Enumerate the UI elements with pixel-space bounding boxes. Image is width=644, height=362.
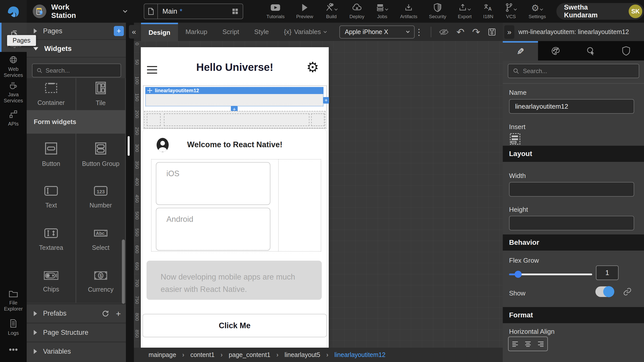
breadcrumb-separator: ›	[326, 351, 328, 358]
property-search[interactable]	[508, 64, 639, 78]
wavemaker-logo[interactable]	[0, 0, 27, 23]
selected-widget-region[interactable]: linearlayoutitem12	[145, 87, 324, 106]
breadcrumb-mainpage[interactable]: mainpage	[149, 351, 176, 358]
widget-tile-text[interactable]: Text	[27, 176, 76, 218]
topbar-action-deploy[interactable]: Deploy	[349, 3, 364, 19]
project-switcher[interactable]: Work Station	[33, 3, 127, 20]
layout-cell-left[interactable]	[147, 113, 161, 126]
sidebar-item-logs[interactable]: Logs	[0, 317, 27, 338]
insert-widget-button[interactable]	[508, 132, 522, 146]
widget-tile-container[interactable]: Container	[27, 78, 76, 110]
expand-right-panel-button[interactable]: »	[504, 25, 514, 39]
collapse-left-panel-button[interactable]: «	[129, 25, 139, 39]
click-me-button[interactable]: Click Me	[142, 314, 327, 337]
topbar-action-artifacts[interactable]: Artifacts	[400, 3, 417, 19]
redo-icon[interactable]: ↷	[472, 27, 480, 37]
breadcrumb-content1[interactable]: content1	[190, 351, 214, 358]
sidebar-item-apis[interactable]: APIs	[0, 107, 27, 129]
show-toggle[interactable]	[595, 286, 614, 297]
panel-scrollbar[interactable]	[122, 239, 125, 304]
layout-section-header[interactable]: Layout	[503, 146, 644, 162]
widget-tile-number[interactable]: 123 Number	[76, 176, 125, 218]
undo-icon[interactable]: ↶	[456, 27, 464, 37]
device-selector[interactable]: Apple iPhone X	[339, 25, 415, 39]
selected-widget-titlebar[interactable]: linearlayoutitem12	[145, 87, 324, 94]
widgets-section-header[interactable]: Widgets	[27, 40, 126, 57]
widget-tile-select[interactable]: Abc Select	[76, 218, 125, 260]
topbar-action-tutorials[interactable]: Tutorials	[266, 3, 284, 19]
widget-tile-currency[interactable]: $ Currency	[76, 260, 125, 303]
breadcrumb-page-content1[interactable]: page_content1	[229, 351, 270, 358]
pages-section-header[interactable]: Pages +	[27, 23, 126, 40]
chevron-down-icon[interactable]	[123, 9, 127, 13]
more-options-icon[interactable]: ⋮	[415, 27, 423, 37]
flex-grow-slider-handle[interactable]	[515, 271, 522, 278]
insert-right-button[interactable]: +	[323, 97, 329, 104]
android-card[interactable]: Android	[156, 208, 270, 251]
topbar-action-i18n[interactable]: A I18N	[483, 3, 493, 19]
tab-inspect[interactable]	[573, 41, 609, 61]
add-page-button[interactable]: +	[114, 26, 124, 36]
ios-card[interactable]: iOS	[156, 162, 270, 205]
platform-cards-container[interactable]: iOS Android	[151, 159, 321, 252]
widget-tile-tile[interactable]: Tile	[76, 78, 125, 110]
user-menu[interactable]: Swetha Kundaram SK	[556, 3, 644, 20]
bind-link-icon[interactable]	[623, 287, 632, 296]
topbar-action-vcs[interactable]: VCS	[505, 3, 517, 19]
app-settings-gear-icon[interactable]: ⚙	[306, 59, 319, 75]
linearlayout-row[interactable]	[144, 111, 326, 128]
refresh-icon[interactable]	[102, 310, 109, 317]
save-icon[interactable]	[488, 28, 496, 36]
pages-grid-icon[interactable]	[231, 7, 239, 15]
tab-security[interactable]	[609, 41, 644, 61]
canvas-vertical-scrollbar[interactable]	[128, 136, 130, 156]
layout-cell-right[interactable]	[311, 113, 325, 126]
name-field[interactable]	[509, 99, 634, 114]
sidebar-item-file-explorer[interactable]: File Explorer	[0, 287, 27, 314]
sidebar-item-web-services[interactable]: Web Services	[0, 55, 27, 78]
widget-tile-chips[interactable]: Chips	[27, 260, 76, 303]
topbar-action-preview[interactable]: Preview	[296, 3, 313, 19]
width-field[interactable]	[509, 182, 634, 197]
page-tab-main[interactable]: Main *	[144, 4, 243, 19]
topbar-action-security[interactable]: Security	[429, 3, 446, 19]
tab-style[interactable]: Style	[247, 23, 276, 41]
align-right-icon[interactable]	[537, 341, 545, 347]
align-center-icon[interactable]	[524, 341, 532, 347]
add-prefab-icon[interactable]: +	[116, 310, 121, 317]
height-field[interactable]	[509, 216, 634, 230]
ruler-tick: 300	[134, 144, 140, 150]
topbar-action-settings[interactable]: ⚙ Settings	[529, 3, 546, 19]
inspector-title: wm-linearlayoutitem: linearlayoutitem12	[518, 28, 629, 36]
widget-tile-textarea[interactable]: Textarea	[27, 218, 76, 260]
tab-design[interactable]: Design	[141, 23, 178, 41]
align-left-icon[interactable]	[511, 341, 519, 347]
design-canvas[interactable]: 0501001502002503003504004505005506006507…	[134, 41, 503, 348]
page-structure-section-header[interactable]: Page Structure	[27, 323, 126, 342]
widget-search-input[interactable]	[46, 67, 112, 74]
topbar-action-jobs[interactable]: Jobs	[376, 3, 388, 19]
property-search-input[interactable]	[523, 68, 621, 75]
flex-grow-value[interactable]: 1	[596, 265, 619, 280]
sidebar-more-button[interactable]	[0, 343, 27, 356]
widget-tile-button[interactable]: Button	[27, 134, 76, 176]
sidebar-item-java-services[interactable]: Java Services	[0, 80, 27, 104]
tab-markup[interactable]: Markup	[178, 23, 215, 41]
tab-properties[interactable]: ✎	[503, 41, 538, 61]
format-section-header[interactable]: Format	[503, 307, 644, 323]
widget-tile-button-group[interactable]: Button Group	[76, 134, 125, 176]
topbar-action-export[interactable]: Export	[458, 3, 472, 19]
variables-section-header[interactable]: Variables	[27, 342, 126, 360]
tab-script[interactable]: Script	[215, 23, 246, 41]
layout-cell-middle[interactable]	[164, 113, 309, 126]
breadcrumb-linearlayoutitem12[interactable]: linearlayoutitem12	[334, 351, 385, 358]
breadcrumb-linearlayout5[interactable]: linearlayout5	[284, 351, 320, 358]
topbar-action-build[interactable]: Build	[325, 3, 338, 19]
tab-variables[interactable]: {x} Variables	[276, 23, 334, 41]
widget-search[interactable]	[32, 64, 121, 77]
tab-styles[interactable]	[538, 41, 573, 61]
behavior-section-header[interactable]: Behavior	[503, 234, 644, 251]
api-nodes-icon	[9, 110, 18, 119]
prefabs-section-header[interactable]: Prefabs +	[27, 304, 126, 323]
eye-off-icon[interactable]	[439, 28, 449, 36]
